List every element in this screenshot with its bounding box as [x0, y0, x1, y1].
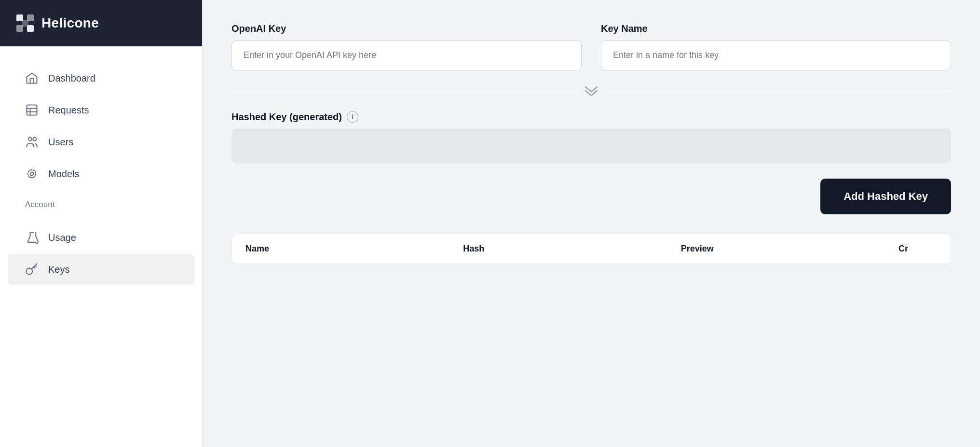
button-row: Add Hashed Key — [231, 179, 951, 214]
users-icon — [25, 135, 39, 149]
main-content: OpenAI Key Key Name Hashed Key (genera — [203, 0, 980, 447]
key-icon — [25, 263, 39, 276]
table-header-cr: Cr — [898, 244, 937, 254]
main-nav: Dashboard Requests Users — [0, 46, 202, 447]
svg-point-11 — [30, 172, 34, 176]
sidebar-item-keys[interactable]: Keys — [8, 254, 194, 285]
divider-line-right — [606, 91, 951, 91]
account-section: Account — [0, 190, 202, 221]
models-icon — [25, 167, 39, 181]
sidebar-item-usage[interactable]: Usage — [8, 222, 194, 253]
key-name-label: Key Name — [601, 23, 951, 34]
sidebar-item-dashboard[interactable]: Dashboard — [8, 63, 194, 94]
divider-line-left — [231, 91, 577, 91]
sidebar-item-label-keys: Keys — [48, 264, 69, 275]
svg-rect-5 — [27, 105, 37, 115]
openai-key-group: OpenAI Key — [231, 23, 582, 70]
sidebar-item-requests[interactable]: Requests — [8, 95, 194, 126]
form-row-keys: OpenAI Key Key Name — [231, 23, 951, 70]
logo-text: Helicone — [41, 15, 99, 31]
info-icon[interactable]: i — [347, 111, 358, 123]
key-name-group: Key Name — [601, 23, 951, 70]
hashed-key-section: Hashed Key (generated) i — [231, 111, 951, 163]
logo-area: Helicone — [0, 0, 202, 46]
key-form: OpenAI Key Key Name Hashed Key (genera — [231, 23, 951, 265]
hashed-key-label-row: Hashed Key (generated) i — [231, 111, 951, 123]
account-label: Account — [17, 190, 185, 213]
key-name-input[interactable] — [601, 40, 951, 70]
keys-table: Name Hash Preview Cr — [231, 234, 951, 265]
home-icon — [25, 71, 39, 85]
hashed-key-input — [231, 128, 951, 163]
sidebar-item-label-usage: Usage — [48, 232, 76, 243]
svg-point-9 — [28, 138, 32, 141]
table-header-preview: Preview — [681, 244, 898, 254]
svg-point-10 — [33, 138, 36, 141]
sidebar: Helicone Dashboard Requests — [0, 0, 203, 447]
sidebar-item-label-users: Users — [48, 137, 73, 148]
svg-point-12 — [28, 170, 36, 178]
add-hashed-key-button[interactable]: Add Hashed Key — [820, 179, 951, 214]
table-header-hash: Hash — [463, 244, 681, 254]
sidebar-item-models[interactable]: Models — [8, 158, 194, 189]
table-icon — [25, 103, 39, 117]
helicone-logo-icon — [15, 14, 35, 33]
openai-key-input[interactable] — [231, 40, 582, 70]
table-header-name: Name — [245, 244, 463, 254]
flask-icon — [25, 231, 39, 244]
divider-section — [231, 86, 951, 96]
sidebar-item-label-models: Models — [48, 168, 79, 180]
svg-rect-4 — [22, 20, 28, 27]
openai-key-label: OpenAI Key — [231, 23, 582, 34]
hashed-key-label: Hashed Key (generated) — [231, 112, 342, 123]
table-header: Name Hash Preview Cr — [232, 234, 951, 264]
sidebar-item-label-dashboard: Dashboard — [48, 73, 95, 84]
sidebar-item-label-requests: Requests — [48, 105, 89, 116]
sidebar-item-users[interactable]: Users — [8, 126, 194, 157]
chevron-down-icon — [577, 86, 606, 96]
